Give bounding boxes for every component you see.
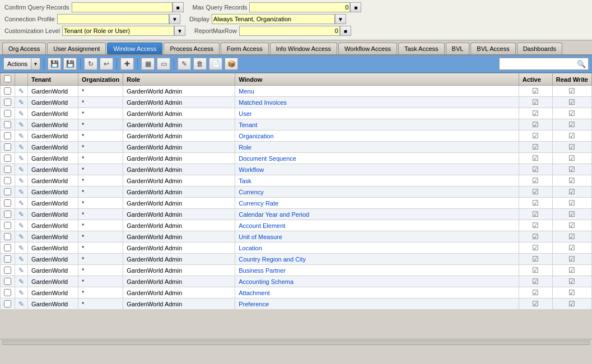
row-checkbox[interactable]: [4, 132, 11, 139]
row-checkbox-cell[interactable]: [1, 153, 15, 164]
row-checkbox[interactable]: [4, 155, 11, 162]
window-link[interactable]: Organization: [239, 133, 273, 139]
row-checkbox-cell[interactable]: [1, 298, 15, 310]
row-checkbox[interactable]: [4, 222, 11, 229]
customization-input[interactable]: [62, 26, 174, 36]
row-edit-icon[interactable]: ✎: [18, 289, 24, 297]
import-button[interactable]: 📦: [225, 58, 238, 70]
row-checkbox[interactable]: [4, 99, 11, 106]
row-edit-cell[interactable]: ✎: [15, 287, 28, 298]
tab-org-access[interactable]: Org Access: [2, 43, 46, 54]
window-link[interactable]: Workflow: [239, 166, 264, 173]
row-edit-icon[interactable]: ✎: [18, 300, 24, 308]
row-edit-icon[interactable]: ✎: [18, 121, 24, 129]
save2-button[interactable]: 💾: [63, 58, 77, 70]
actions-dropdown[interactable]: Actions ▼: [3, 58, 40, 70]
row-checkbox[interactable]: [4, 143, 11, 151]
row-checkbox-cell[interactable]: [1, 186, 15, 198]
tab-bvl-access[interactable]: BVL Access: [470, 43, 515, 54]
reportmaxrow-input[interactable]: [239, 26, 340, 36]
export-button[interactable]: 📄: [209, 58, 222, 70]
row-checkbox-cell[interactable]: [1, 242, 15, 254]
row-edit-icon[interactable]: ✎: [18, 155, 24, 162]
window-link[interactable]: Unit of Measure: [239, 234, 282, 240]
delete-button[interactable]: 🗑: [193, 58, 207, 70]
row-edit-icon[interactable]: ✎: [18, 143, 24, 151]
window-link[interactable]: Role: [239, 144, 251, 151]
row-checkbox-cell[interactable]: [1, 130, 15, 142]
window-link[interactable]: Attachment: [239, 290, 270, 296]
row-edit-icon[interactable]: ✎: [18, 177, 24, 185]
row-checkbox[interactable]: [4, 166, 11, 173]
row-checkbox-cell[interactable]: [1, 198, 15, 209]
tab-task-access[interactable]: Task Access: [398, 43, 445, 54]
window-link[interactable]: Calendar Year and Period: [239, 211, 309, 218]
row-checkbox-cell[interactable]: [1, 265, 15, 276]
row-edit-icon[interactable]: ✎: [18, 110, 24, 118]
row-checkbox-cell[interactable]: [1, 276, 15, 287]
tab-bvl[interactable]: BVL: [446, 43, 470, 54]
connection-profile-input[interactable]: [57, 14, 169, 24]
row-edit-cell[interactable]: ✎: [15, 298, 28, 310]
row-edit-cell[interactable]: ✎: [15, 186, 28, 198]
window-link[interactable]: Tenant: [239, 122, 257, 128]
row-edit-icon[interactable]: ✎: [18, 233, 24, 241]
row-checkbox-cell[interactable]: [1, 86, 15, 97]
row-edit-cell[interactable]: ✎: [15, 108, 28, 119]
row-edit-icon[interactable]: ✎: [18, 199, 24, 207]
window-link[interactable]: Location: [239, 245, 262, 251]
tab-info-window-access[interactable]: Info Window Access: [270, 43, 337, 54]
row-edit-icon[interactable]: ✎: [18, 222, 24, 230]
save-button[interactable]: 💾: [48, 58, 61, 70]
window-link[interactable]: Currency: [239, 189, 264, 195]
customization-dropdown-btn[interactable]: ▼: [174, 26, 185, 36]
search-box[interactable]: 🔍: [499, 58, 589, 70]
row-edit-icon[interactable]: ✎: [18, 244, 24, 252]
refresh-button[interactable]: ↻: [84, 58, 97, 70]
new-button[interactable]: ✚: [120, 58, 134, 70]
row-checkbox[interactable]: [4, 255, 11, 263]
row-checkbox-cell[interactable]: [1, 164, 15, 175]
row-edit-cell[interactable]: ✎: [15, 142, 28, 153]
tab-workflow-access[interactable]: Workflow Access: [338, 43, 397, 54]
window-link[interactable]: Document Sequence: [239, 155, 296, 162]
row-checkbox-cell[interactable]: [1, 108, 15, 119]
row-edit-icon[interactable]: ✎: [18, 99, 24, 106]
edit-button[interactable]: ✎: [178, 58, 191, 70]
form-button[interactable]: ▭: [157, 58, 170, 70]
row-checkbox[interactable]: [4, 87, 11, 95]
row-checkbox[interactable]: [4, 188, 11, 195]
undo-button[interactable]: ↩: [100, 58, 113, 70]
col-header-check[interactable]: [1, 73, 15, 86]
row-checkbox[interactable]: [4, 244, 11, 251]
row-edit-cell[interactable]: ✎: [15, 164, 28, 175]
row-edit-cell[interactable]: ✎: [15, 265, 28, 276]
row-edit-cell[interactable]: ✎: [15, 276, 28, 287]
search-input[interactable]: [502, 60, 577, 67]
row-checkbox-cell[interactable]: [1, 119, 15, 130]
row-checkbox-cell[interactable]: [1, 287, 15, 298]
row-edit-icon[interactable]: ✎: [18, 211, 24, 218]
row-checkbox-cell[interactable]: [1, 175, 15, 186]
tab-process-access[interactable]: Process Access: [164, 43, 220, 54]
row-edit-cell[interactable]: ✎: [15, 175, 28, 186]
row-checkbox-cell[interactable]: [1, 97, 15, 108]
max-query-input[interactable]: [249, 2, 350, 12]
row-edit-cell[interactable]: ✎: [15, 198, 28, 209]
row-checkbox[interactable]: [4, 121, 11, 128]
display-input[interactable]: [212, 14, 335, 24]
row-edit-icon[interactable]: ✎: [18, 166, 24, 174]
window-link[interactable]: Currency Rate: [239, 200, 278, 207]
row-checkbox-cell[interactable]: [1, 142, 15, 153]
window-link[interactable]: Task: [239, 178, 251, 184]
row-edit-cell[interactable]: ✎: [15, 242, 28, 254]
tab-window-access[interactable]: Window Access: [107, 43, 162, 54]
window-link[interactable]: User: [239, 110, 251, 117]
row-checkbox[interactable]: [4, 233, 11, 240]
connection-profile-dropdown-btn[interactable]: ▼: [169, 14, 180, 24]
confirm-query-btn[interactable]: ■: [173, 2, 184, 12]
tab-form-access[interactable]: Form Access: [221, 43, 269, 54]
row-edit-icon[interactable]: ✎: [18, 255, 24, 263]
tab-dashboards[interactable]: Dashboards: [517, 43, 562, 54]
row-checkbox[interactable]: [4, 177, 11, 184]
